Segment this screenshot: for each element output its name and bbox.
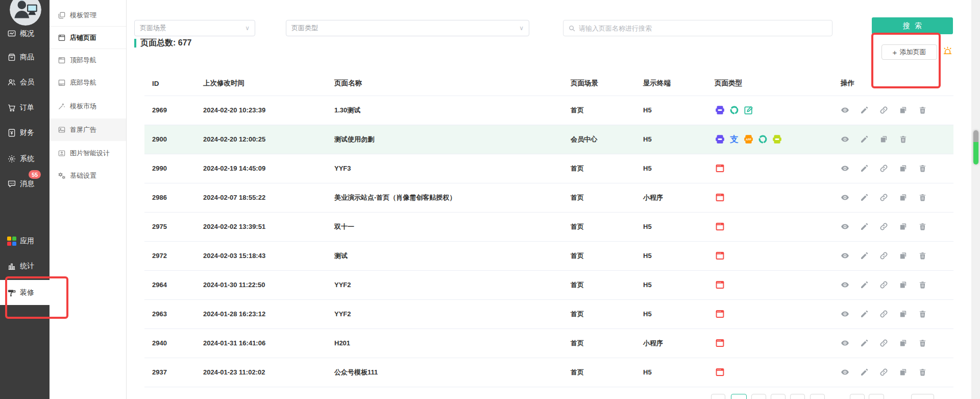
submenu-item-template-manage[interactable]: 模板管理 — [50, 4, 126, 27]
submenu-item-image-design[interactable]: 图片智能设计 — [50, 142, 126, 165]
column-header: 显示终端 — [643, 72, 715, 96]
pagination-button[interactable] — [751, 394, 766, 399]
scrollbar-thumb[interactable] — [973, 130, 978, 165]
cell-terminal: H5 — [643, 154, 715, 183]
view-icon[interactable] — [841, 368, 849, 377]
pencil-icon[interactable] — [860, 310, 869, 318]
view-icon[interactable] — [841, 193, 849, 202]
link-icon[interactable] — [879, 193, 888, 202]
trash-icon[interactable] — [918, 251, 927, 260]
pagination-button[interactable] — [911, 394, 934, 399]
sidebar-item-system[interactable]: 系统 — [0, 147, 50, 171]
link-icon[interactable] — [879, 310, 888, 318]
sidebar-item-orders[interactable]: 订单 — [0, 96, 50, 120]
submenu-item-shop-pages[interactable]: 店铺页面 — [50, 27, 126, 49]
type-select[interactable]: 页面类型 ∨ — [286, 20, 529, 36]
pencil-icon[interactable] — [860, 164, 869, 173]
copy-icon[interactable] — [899, 222, 908, 231]
cell-name: YYF2 — [334, 270, 571, 299]
pagination-button[interactable] — [790, 394, 805, 399]
page-type-icons — [715, 105, 841, 115]
scrollbar-track[interactable] — [971, 0, 980, 399]
pencil-icon[interactable] — [860, 339, 869, 347]
copy-icon[interactable] — [899, 193, 908, 202]
view-icon[interactable] — [841, 222, 849, 231]
pagination-button[interactable] — [810, 394, 825, 399]
cell-modified: 2024-02-20 12:00:25 — [203, 125, 334, 154]
submenu-item-bottom-nav[interactable]: 底部导航 — [50, 72, 126, 94]
cell-types — [715, 328, 841, 358]
copy-icon[interactable] — [899, 339, 908, 347]
trash-icon[interactable] — [918, 193, 927, 202]
pencil-icon[interactable] — [860, 106, 869, 114]
scene-select[interactable]: 页面场景 ∨ — [134, 20, 255, 36]
link-icon[interactable] — [879, 339, 888, 347]
edit-note-icon — [743, 105, 754, 115]
view-icon[interactable] — [841, 280, 849, 289]
submenu-item-template-market[interactable]: 模板市场 — [50, 95, 126, 118]
sidebar-item-goods[interactable]: 商品 — [0, 45, 50, 69]
pagination-button[interactable] — [869, 394, 884, 399]
link-icon[interactable] — [879, 368, 888, 377]
sidebar-item-members[interactable]: 会员 — [0, 71, 50, 94]
pencil-icon[interactable] — [860, 193, 869, 202]
pencil-icon[interactable] — [860, 251, 869, 260]
type-select-placeholder: 页面类型 — [291, 24, 318, 33]
trash-icon[interactable] — [899, 135, 908, 144]
search-input[interactable] — [579, 25, 827, 32]
trash-icon[interactable] — [918, 222, 927, 231]
alarm-icon[interactable] — [942, 46, 953, 57]
quickapp-icon — [772, 134, 782, 145]
h5-icon — [715, 105, 725, 115]
copy-icon[interactable] — [899, 164, 908, 173]
copy-icon[interactable] — [879, 135, 888, 144]
pencil-icon[interactable] — [860, 368, 869, 377]
sidebar-item-stats[interactable]: 统计 — [0, 254, 50, 278]
sidebar-item-apps[interactable]: 应用 — [0, 229, 50, 253]
sidebar-item-finance[interactable]: 财务 — [0, 121, 50, 145]
copy-icon[interactable] — [899, 251, 908, 260]
pencil-icon[interactable] — [860, 280, 869, 289]
cell-modified: 2024-01-30 11:22:50 — [203, 270, 334, 299]
link-icon[interactable] — [879, 280, 888, 289]
link-icon[interactable] — [879, 251, 888, 260]
link-icon[interactable] — [879, 222, 888, 231]
submenu-item-splash-ad[interactable]: 首屏广告 — [50, 119, 126, 141]
copy-icon[interactable] — [899, 310, 908, 318]
submenu-item-top-nav[interactable]: 顶部导航 — [50, 49, 126, 72]
link-icon[interactable] — [879, 106, 888, 114]
trash-icon[interactable] — [918, 339, 927, 347]
sidebar-item-overview[interactable]: 概况 — [0, 22, 50, 45]
pagination-button[interactable] — [731, 394, 747, 399]
column-header: 页面名称 — [334, 72, 571, 96]
trash-icon[interactable] — [918, 164, 927, 173]
view-icon[interactable] — [841, 135, 849, 144]
view-icon[interactable] — [841, 310, 849, 318]
view-icon[interactable] — [841, 164, 849, 173]
link-icon[interactable] — [879, 164, 888, 173]
add-page-button[interactable]: + 添加页面 — [881, 44, 937, 60]
view-icon[interactable] — [841, 106, 849, 114]
bottom-nav-icon — [58, 79, 66, 87]
page-type-icons — [715, 163, 841, 174]
copy-icon[interactable] — [899, 280, 908, 289]
trash-icon[interactable] — [918, 280, 927, 289]
pagination-button[interactable] — [771, 394, 786, 399]
decorate-icon — [7, 288, 16, 297]
trash-icon[interactable] — [918, 106, 927, 114]
view-icon[interactable] — [841, 339, 849, 347]
copy-icon[interactable] — [899, 106, 908, 114]
trash-icon[interactable] — [918, 368, 927, 377]
trash-icon[interactable] — [918, 310, 927, 318]
pencil-icon[interactable] — [860, 135, 869, 144]
sidebar-item-messages[interactable]: 消息 — [0, 172, 50, 196]
pagination-button[interactable] — [711, 394, 725, 399]
view-icon[interactable] — [841, 251, 849, 260]
cell-modified: 2024-02-19 14:45:09 — [203, 154, 334, 183]
submenu-item-basic-settings[interactable]: 基础设置 — [50, 165, 126, 187]
copy-icon[interactable] — [899, 368, 908, 377]
pagination-button[interactable] — [850, 394, 865, 399]
sidebar-item-decorate[interactable]: 装修 — [0, 280, 50, 305]
search-button[interactable]: 搜索 — [872, 17, 953, 34]
pencil-icon[interactable] — [860, 222, 869, 231]
